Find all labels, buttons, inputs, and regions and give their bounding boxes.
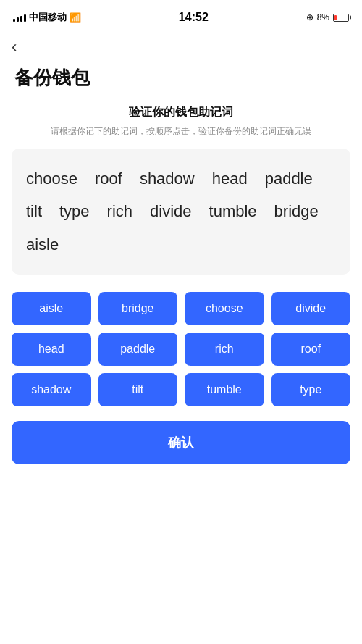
section-desc: 请根据你记下的助记词，按顺序点击，验证你备份的助记词正确无误 (0, 125, 362, 138)
mnemonic-words-container: chooseroofshadowheadpaddletilttyperichdi… (26, 166, 336, 257)
word-button[interactable]: roof (272, 333, 351, 366)
mnemonic-word: bridge (274, 198, 319, 224)
word-button[interactable]: tumble (185, 373, 264, 406)
mnemonic-display-box: chooseroofshadowheadpaddletilttyperichdi… (12, 149, 350, 275)
battery-icon (333, 14, 349, 22)
confirm-button[interactable]: 确认 (12, 421, 350, 464)
mnemonic-word: tumble (209, 198, 257, 224)
mnemonic-word: rich (107, 198, 132, 224)
word-button[interactable]: head (12, 333, 91, 366)
word-button[interactable]: bridge (98, 292, 178, 325)
word-button[interactable]: shadow (12, 373, 91, 406)
signal-icon (13, 13, 26, 22)
word-buttons-grid: aislebridgechoosedivideheadpaddlerichroo… (12, 292, 350, 406)
status-right: ⊕ 8% (306, 12, 349, 22)
mnemonic-word: choose (26, 166, 77, 191)
status-time: 14:52 (179, 11, 209, 24)
mnemonic-word: divide (150, 198, 191, 224)
battery-label: 8% (317, 12, 329, 22)
gps-icon: ⊕ (306, 12, 313, 22)
mnemonic-word: type (59, 198, 90, 224)
mnemonic-word: tilt (26, 198, 42, 224)
mnemonic-word: shadow (140, 166, 195, 191)
page-title: 备份钱包 (0, 59, 362, 105)
mnemonic-word: head (212, 166, 248, 191)
wifi-icon: 📶 (70, 12, 81, 23)
word-button[interactable]: paddle (98, 333, 178, 366)
status-bar: 中国移动 📶 14:52 ⊕ 8% (0, 0, 362, 32)
section-title: 验证你的钱包助记词 (0, 105, 362, 120)
mnemonic-word: roof (95, 166, 122, 191)
mnemonic-word: aisle (26, 232, 59, 257)
mnemonic-word: paddle (265, 166, 313, 191)
word-button[interactable]: tilt (98, 373, 178, 406)
status-left: 中国移动 📶 (13, 11, 81, 24)
word-button[interactable]: rich (185, 333, 264, 366)
carrier-label: 中国移动 (29, 11, 67, 24)
word-button[interactable]: choose (185, 292, 264, 325)
word-button[interactable]: divide (272, 292, 351, 325)
word-button[interactable]: type (272, 373, 351, 406)
back-button[interactable]: ‹ (0, 32, 28, 59)
word-button[interactable]: aisle (12, 292, 91, 325)
